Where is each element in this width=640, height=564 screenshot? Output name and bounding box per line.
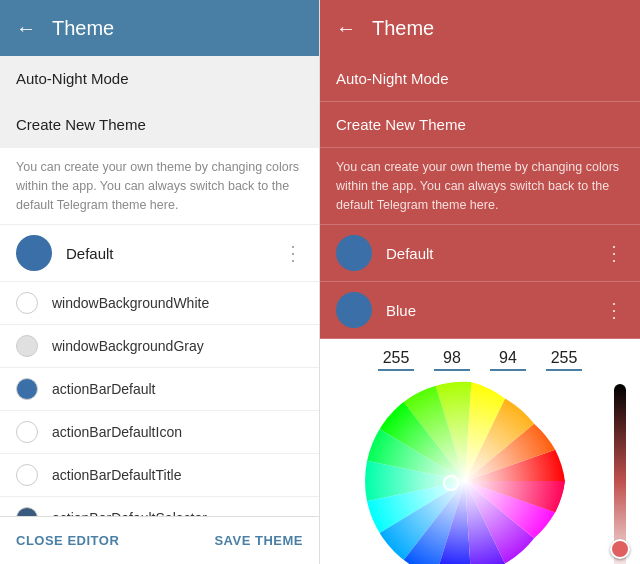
theme-color-blue-right xyxy=(336,292,372,328)
right-panel: ← Theme Auto-Night Mode Create New Theme… xyxy=(320,0,640,564)
left-panel: ← Theme Auto-Night Mode Create New Theme… xyxy=(0,0,320,564)
left-toolbar: ← Theme xyxy=(0,0,319,56)
create-new-theme-right[interactable]: Create New Theme xyxy=(320,102,640,148)
alpha-number: 255 xyxy=(546,349,582,371)
color-dot-1 xyxy=(16,335,38,357)
back-button-left[interactable]: ← xyxy=(16,17,36,40)
brightness-slider[interactable] xyxy=(610,384,630,564)
color-list: windowBackgroundWhite windowBackgroundGr… xyxy=(0,282,319,516)
close-editor-button[interactable]: CLOSE EDITOR xyxy=(16,533,119,548)
info-text-right: You can create your own theme by changin… xyxy=(320,148,640,225)
theme-menu-blue-right[interactable]: ⋮ xyxy=(604,298,624,322)
info-text-left: You can create your own theme by changin… xyxy=(0,148,319,225)
color-item-4[interactable]: actionBarDefaultTitle xyxy=(0,454,319,497)
color-dot-0 xyxy=(16,292,38,314)
green-number: 98 xyxy=(434,349,470,371)
color-dot-3 xyxy=(16,421,38,443)
theme-menu-default-right[interactable]: ⋮ xyxy=(604,241,624,265)
left-title: Theme xyxy=(52,17,114,40)
red-number: 255 xyxy=(378,349,414,371)
color-dot-5 xyxy=(16,507,38,516)
brightness-thumb[interactable] xyxy=(610,539,630,559)
create-new-theme-left[interactable]: Create New Theme xyxy=(0,102,319,148)
theme-row-default-left[interactable]: Default ⋮ xyxy=(0,225,319,282)
save-theme-button[interactable]: SAVE THEME xyxy=(214,533,303,548)
color-name-2: actionBarDefault xyxy=(52,381,156,397)
theme-menu-default-left[interactable]: ⋮ xyxy=(283,241,303,265)
blue-number: 94 xyxy=(490,349,526,371)
alpha-value[interactable]: 255 xyxy=(546,349,582,371)
color-wheel-svg xyxy=(365,381,565,564)
theme-color-default-left xyxy=(16,235,52,271)
theme-color-default-right xyxy=(336,235,372,271)
color-dot-2 xyxy=(16,378,38,400)
right-title: Theme xyxy=(372,17,434,40)
theme-name-default-right: Default xyxy=(386,245,604,262)
color-item-5[interactable]: actionBarDefaultSelector xyxy=(0,497,319,516)
color-name-0: windowBackgroundWhite xyxy=(52,295,209,311)
theme-row-blue-right[interactable]: Blue ⋮ xyxy=(320,282,640,339)
color-name-3: actionBarDefaultIcon xyxy=(52,424,182,440)
theme-name-blue-right: Blue xyxy=(386,302,604,319)
color-name-1: windowBackgroundGray xyxy=(52,338,204,354)
red-value[interactable]: 255 xyxy=(378,349,414,371)
auto-night-mode-left[interactable]: Auto-Night Mode xyxy=(0,56,319,102)
right-toolbar: ← Theme xyxy=(320,0,640,56)
color-item-1[interactable]: windowBackgroundGray xyxy=(0,325,319,368)
color-name-4: actionBarDefaultTitle xyxy=(52,467,181,483)
svg-point-1 xyxy=(463,479,467,483)
auto-night-mode-right[interactable]: Auto-Night Mode xyxy=(320,56,640,102)
color-item-0[interactable]: windowBackgroundWhite xyxy=(0,282,319,325)
green-value[interactable]: 98 xyxy=(434,349,470,371)
bottom-bar-left: CLOSE EDITOR SAVE THEME xyxy=(0,516,319,564)
blue-value[interactable]: 94 xyxy=(490,349,526,371)
color-dot-4 xyxy=(16,464,38,486)
theme-name-default-left: Default xyxy=(66,245,283,262)
color-item-2[interactable]: actionBarDefault xyxy=(0,368,319,411)
color-wheel[interactable] xyxy=(365,381,565,564)
color-picker: 255 98 94 255 xyxy=(320,339,640,564)
back-button-right[interactable]: ← xyxy=(336,17,356,40)
theme-row-default-right[interactable]: Default ⋮ xyxy=(320,225,640,282)
color-item-3[interactable]: actionBarDefaultIcon xyxy=(0,411,319,454)
rgba-values: 255 98 94 255 xyxy=(378,349,582,371)
